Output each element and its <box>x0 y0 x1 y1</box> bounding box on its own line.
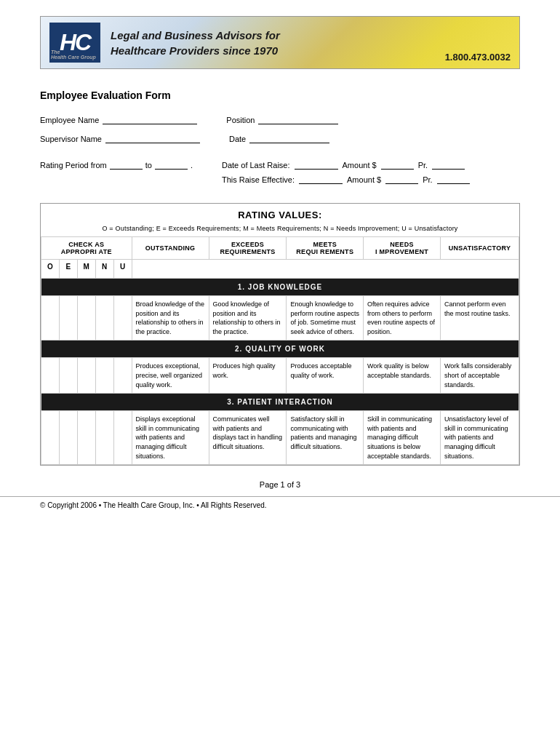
section-1-check-0[interactable] <box>41 296 60 340</box>
amount-label: Amount $ <box>343 161 377 170</box>
section-1-check-1[interactable] <box>59 296 77 340</box>
section-3-desc-2: Satisfactory skill in communicating with… <box>287 411 364 465</box>
employee-position-row: Employee Name Position <box>40 114 520 124</box>
last-raise-row: Date of Last Raise: Amount $ Pr. <box>222 159 470 170</box>
header-title: Legal and Business Advisors for Healthca… <box>111 28 445 58</box>
table-header-row: CHECK ASAPPROPRI ATE OUTSTANDING EXCEEDS… <box>41 237 519 260</box>
rating-period-label: Rating Period from <box>40 161 107 170</box>
section-2-check-2[interactable] <box>77 358 95 394</box>
date-input[interactable] <box>249 133 329 143</box>
supervisor-name-label: Supervisor Name <box>40 135 102 143</box>
this-raise-amount-input[interactable] <box>385 174 418 184</box>
last-raise-amount-input[interactable] <box>381 159 414 170</box>
employee-name-label: Employee Name <box>40 116 99 124</box>
section-2-check-4[interactable] <box>113 358 132 394</box>
hc-logo: HC TheHealth Care Group <box>49 23 100 63</box>
pr-label: Pr. <box>418 161 428 170</box>
section-2-desc-3: Work quality is below acceptable standar… <box>364 358 441 394</box>
rating-period-to-input[interactable] <box>155 159 188 170</box>
supervisor-name-group: Supervisor Name <box>40 133 200 143</box>
section-3-check-0[interactable] <box>41 411 60 465</box>
date-last-raise-label: Date of Last Raise: <box>222 161 290 170</box>
section-1-check-3[interactable] <box>95 296 113 340</box>
section-2-header-row: 2. QUALITY OF WORK <box>41 340 519 358</box>
rating-table: CHECK ASAPPROPRI ATE OUTSTANDING EXCEEDS… <box>41 236 519 465</box>
section-1-check-4[interactable] <box>113 296 132 340</box>
rating-values-container: RATING VALUES: O = Outstanding; E = Exce… <box>40 203 520 466</box>
meets-header: MEETSREQUI REMENTS <box>287 237 364 260</box>
last-raise-pr-input[interactable] <box>432 159 465 170</box>
section-1-desc-2: Enough knowledge to perform routine aspe… <box>287 296 364 340</box>
amount2-label: Amount $ <box>347 175 381 184</box>
pr2-label: Pr. <box>423 175 432 184</box>
date-raise-block: Date of Last Raise: Amount $ Pr. This Ra… <box>222 159 470 188</box>
page-info: Page 1 of 3 <box>0 480 560 489</box>
section-2-title: 2. QUALITY OF WORK <box>41 340 519 358</box>
this-raise-row: This Raise Effective: Amount $ Pr. <box>222 174 470 184</box>
section-1-check-2[interactable] <box>77 296 95 340</box>
section-3-desc-row: Displays exceptional skill in communicat… <box>41 411 519 465</box>
grade-letters-row: O E M N U <box>41 260 519 279</box>
grade-n-cell[interactable]: N <box>95 260 113 279</box>
position-label: Position <box>226 116 255 124</box>
section-1-desc-row: Broad knowledge of the position and its … <box>41 296 519 340</box>
last-raise-date-input[interactable] <box>295 159 338 170</box>
grade-m-cell[interactable]: M <box>77 260 95 279</box>
form-title: Employee Evaluation Form <box>40 89 520 101</box>
grade-e-cell[interactable]: E <box>59 260 77 279</box>
rating-period-from-input[interactable] <box>110 159 143 170</box>
grade-spacer <box>132 260 519 279</box>
section-2-desc-0: Produces exceptional, precise, well orga… <box>132 358 209 394</box>
header-phone: 1.800.473.0032 <box>445 52 511 63</box>
date-label: Date <box>229 135 246 143</box>
this-raise-label: This Raise Effective: <box>222 175 295 184</box>
section-1-title: 1. JOB KNOWLEDGE <box>41 279 519 296</box>
grade-u-cell[interactable]: U <box>113 260 132 279</box>
rating-period-period: . <box>191 161 193 170</box>
supervisor-date-row: Supervisor Name Date <box>40 133 520 143</box>
unsatisfactory-header: UNSATISFACTORY <box>440 237 519 260</box>
copyright: © Copyright 2006 • The Health Care Group… <box>0 496 560 509</box>
section-2-desc-4: Work falls considerably short of accepta… <box>440 358 519 394</box>
section-3-desc-3: Skill in communicating with patients and… <box>364 411 441 465</box>
section-3-check-4[interactable] <box>113 411 132 465</box>
rating-values-title: RATING VALUES: <box>41 204 519 223</box>
section-2-check-1[interactable] <box>59 358 77 394</box>
position-group: Position <box>226 114 338 124</box>
section-2-check-0[interactable] <box>41 358 60 394</box>
date-group: Date <box>229 133 329 143</box>
section-2-desc-row: Produces exceptional, precise, well orga… <box>41 358 519 394</box>
supervisor-name-input[interactable] <box>105 133 200 143</box>
section-1-desc-3: Often requires advice from others to per… <box>364 296 441 340</box>
section-1-desc-1: Good knowledge of position and its relat… <box>209 296 287 340</box>
employee-name-input[interactable] <box>103 114 197 124</box>
section-1-desc-0: Broad knowledge of the position and its … <box>132 296 209 340</box>
section-3-desc-4: Unsatisfactory level of skill in communi… <box>440 411 519 465</box>
this-raise-pr-input[interactable] <box>437 174 470 184</box>
employee-name-group: Employee Name <box>40 114 197 124</box>
header-banner: HC TheHealth Care Group Legal and Busine… <box>40 16 520 69</box>
rating-period-group: Rating Period from to . <box>40 159 193 170</box>
rating-legend: O = Outstanding; E = Exceeds Requirement… <box>41 223 519 236</box>
section-2-desc-2: Produces acceptable quality of work. <box>287 358 364 394</box>
section-3-desc-0: Displays exceptional skill in communicat… <box>132 411 209 465</box>
grade-o-cell[interactable]: O <box>41 260 60 279</box>
section-3-check-1[interactable] <box>59 411 77 465</box>
rating-period-to-label: to <box>145 161 152 170</box>
needs-header: NEEDSI MPROVEMENT <box>364 237 441 260</box>
section-3-header-row: 3. PATIENT INTERACTION <box>41 394 519 411</box>
section-1-header-row: 1. JOB KNOWLEDGE <box>41 279 519 296</box>
section-3-title: 3. PATIENT INTERACTION <box>41 394 519 411</box>
outstanding-header: OUTSTANDING <box>132 237 209 260</box>
this-raise-date-input[interactable] <box>299 174 343 184</box>
section-3-check-2[interactable] <box>77 411 95 465</box>
section-3-check-3[interactable] <box>95 411 113 465</box>
header-text: Legal and Business Advisors for Healthca… <box>100 28 445 58</box>
logo-subtext: TheHealth Care Group <box>51 49 96 60</box>
exceeds-header: EXCEEDSREQUIREMENTS <box>209 237 287 260</box>
check-as-header: CHECK ASAPPROPRI ATE <box>41 237 132 260</box>
section-3-desc-1: Communicates well with patients and disp… <box>209 411 287 465</box>
section-1-desc-4: Cannot perform even the most routine tas… <box>440 296 519 340</box>
position-input[interactable] <box>258 114 338 124</box>
section-2-check-3[interactable] <box>95 358 113 394</box>
